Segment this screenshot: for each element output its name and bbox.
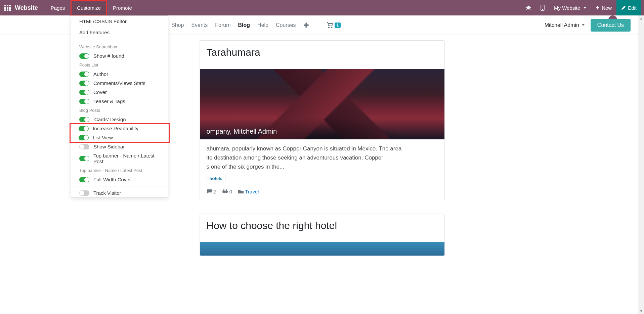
toggle-on-icon [79, 156, 89, 161]
opt-show-sidebar[interactable]: Show Sidebar [71, 142, 168, 151]
toggle-on-icon [79, 117, 89, 122]
add-menu-icon[interactable]: ✚ [303, 21, 309, 29]
svg-point-2 [542, 9, 543, 10]
sitenav-shop[interactable]: Shop [171, 22, 184, 28]
toggle-on-icon [79, 72, 89, 77]
svg-point-6 [225, 190, 228, 193]
comments-count[interactable]: 2 [207, 189, 216, 194]
post-cover[interactable] [200, 242, 444, 256]
new-button[interactable]: New [591, 0, 616, 15]
toggle-on-icon [79, 177, 89, 182]
opt-track-visitor[interactable]: Track Visitor [71, 188, 168, 197]
apps-icon[interactable] [3, 3, 12, 12]
bug-icon[interactable] [521, 0, 536, 15]
post-title[interactable]: How to choose the right hotel [207, 220, 438, 231]
post-teaser: ahumara, popularly known as Copper Canyo… [200, 139, 444, 172]
dd-head-blogposts: Blog Posts [71, 106, 168, 115]
post-tags: hotels [200, 172, 444, 185]
scroll-up-icon[interactable]: ▲ [638, 15, 644, 21]
toggle-on-icon [79, 126, 89, 131]
apps-grid-icon [4, 5, 11, 11]
brand-label[interactable]: Website [15, 4, 38, 11]
topbar: Website Pages Customize Promote My Websi… [0, 0, 644, 15]
opt-show-found[interactable]: Show # found [71, 51, 168, 60]
sitenav-forum[interactable]: Forum [215, 22, 230, 28]
post-title[interactable]: Tarahumara [207, 47, 438, 58]
divider [71, 40, 168, 40]
nav-pages[interactable]: Pages [45, 0, 71, 15]
opt-label: Author [93, 71, 108, 77]
toggle-off-icon [79, 144, 89, 149]
opt-teaser-tags[interactable]: Teaser & Tags [71, 97, 168, 106]
pencil-icon [621, 5, 626, 10]
opt-label: Top banner - Name / Latest Post [93, 153, 160, 164]
contact-us-button[interactable]: Contact Us [591, 19, 631, 32]
user-dropdown[interactable]: Mitchell Admin [545, 22, 585, 28]
dd-head-topbanner: Top banner - Name / Latest Post [71, 166, 168, 175]
sitenav-help[interactable]: Help [257, 22, 268, 28]
opt-label: Show Sidebar [93, 144, 125, 149]
card-header: How to choose the right hotel [200, 214, 444, 242]
teaser-line: ite destination among those seeking an a… [207, 154, 383, 161]
toggle-on-icon [79, 99, 89, 104]
opt-increase-readability[interactable]: Increase Readability [71, 124, 169, 133]
sitenav-blog[interactable]: Blog [238, 22, 250, 28]
opt-label: Increase Readability [93, 126, 138, 131]
toggle-on-icon [79, 135, 89, 140]
chevron-down-icon [582, 24, 585, 26]
toggle-off-icon [79, 190, 89, 196]
customize-dropdown: HTML/CSS/JS Editor Add Features Website … [71, 15, 168, 198]
svg-point-0 [527, 7, 530, 9]
svg-point-5 [222, 190, 225, 193]
tag-hotels[interactable]: hotels [207, 175, 225, 182]
plus-icon [596, 6, 600, 10]
post-author-line: ompany, Mitchell Admin [207, 128, 277, 135]
sitenav-courses[interactable]: Courses [276, 22, 296, 28]
opt-list-view[interactable]: List View [71, 133, 169, 142]
sitenav-events[interactable]: Events [191, 22, 208, 28]
mobile-icon[interactable] [536, 0, 549, 15]
category-label: Travel [245, 189, 259, 194]
website-dd-label: My Website [554, 5, 580, 11]
dd-head-searchbox: Website Searchbox [71, 42, 168, 51]
edit-button[interactable]: Edit [616, 0, 641, 15]
svg-point-4 [331, 27, 332, 28]
edit-label: Edit [628, 5, 637, 11]
teaser-line: ahumara, popularly known as Copper Canyo… [207, 145, 402, 152]
nav-promote[interactable]: Promote [107, 0, 138, 15]
opt-top-banner[interactable]: Top banner - Name / Latest Post [71, 151, 168, 166]
teaser-line: s one of the six gorges in the... [207, 164, 285, 170]
opt-label: Teaser & Tags [93, 98, 125, 104]
comment-icon [207, 189, 212, 194]
topbar-left: Website Pages Customize Promote [3, 0, 138, 15]
binoculars-icon [222, 189, 228, 193]
opt-author[interactable]: Author [71, 70, 168, 79]
views-count[interactable]: 0 [222, 189, 232, 194]
blog-post-card: How to choose the right hotel [200, 214, 445, 256]
opt-cards-design[interactable]: 'Cards' Design [71, 115, 168, 124]
chevron-down-icon [584, 7, 586, 9]
scrollbar[interactable]: ▲ ▼ [638, 15, 644, 283]
toggle-on-icon [79, 53, 89, 59]
sitenav: Shop Events Forum Blog Help Courses ✚ 1 [3, 21, 341, 29]
dd-add-features[interactable]: Add Features [71, 27, 168, 38]
sitebar-right: Mitchell Admin Contact Us [545, 19, 631, 32]
opt-label: 'Cards' Design [93, 117, 126, 122]
cart-icon [327, 22, 333, 28]
category-link[interactable]: Travel [238, 189, 259, 194]
opt-full-width-cover[interactable]: Full-Width Cover [71, 175, 168, 184]
svg-point-3 [328, 27, 329, 28]
svg-rect-8 [226, 189, 227, 190]
opt-cover[interactable]: Cover [71, 88, 168, 97]
views-value: 0 [229, 189, 232, 194]
comments-value: 2 [213, 189, 216, 194]
opt-comments-stats[interactable]: Comments/Views Stats [71, 79, 168, 88]
cart-button[interactable]: 1 [327, 22, 341, 28]
post-cover[interactable]: ompany, Mitchell Admin [200, 69, 444, 139]
user-name: Mitchell Admin [545, 22, 579, 28]
website-dropdown[interactable]: My Website [549, 0, 591, 15]
dd-html-editor[interactable]: HTML/CSS/JS Editor [71, 16, 168, 27]
nav-customize[interactable]: Customize [71, 0, 107, 15]
opt-label: Track Visitor [93, 190, 121, 196]
divider [71, 186, 168, 186]
